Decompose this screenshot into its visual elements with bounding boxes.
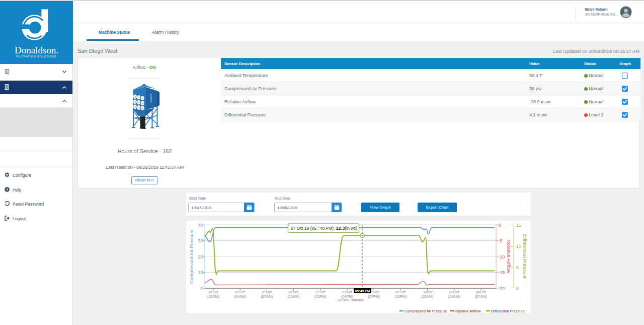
svg-text:07Oct(07AM): 07Oct(07AM) xyxy=(261,290,273,299)
svg-text:07Oct(10AM): 07Oct(10AM) xyxy=(288,290,300,299)
svg-text:Sensor Timeline: Sensor Timeline xyxy=(337,298,364,302)
svg-text:07Oct(04AM): 07Oct(04AM) xyxy=(234,290,246,299)
svg-text:07Oct(01PM): 07Oct(01PM) xyxy=(314,290,327,299)
svg-text:40: 40 xyxy=(198,223,203,228)
svg-text:0: 0 xyxy=(499,223,501,228)
svg-text:Compressed Air Pressure: Compressed Air Pressure xyxy=(405,309,447,313)
svg-text:Differential Pressure: Differential Pressure xyxy=(491,309,525,313)
svg-text:07 Oct 19 (05 : 40 PM): 12.3(i: 07 Oct 19 (05 : 40 PM): 12.3(in.wc) xyxy=(291,226,357,231)
svg-text:07Oct(01AM): 07Oct(01AM) xyxy=(207,290,219,299)
svg-text:Differential Pressure: Differential Pressure xyxy=(522,234,528,279)
svg-text:10: 10 xyxy=(198,270,203,275)
svg-text:05:40 PM: 05:40 PM xyxy=(355,289,370,293)
svg-text:20: 20 xyxy=(198,254,203,259)
svg-text:10: 10 xyxy=(516,244,521,249)
svg-text:15: 15 xyxy=(516,223,521,228)
svg-text:08Oct(04AM): 08Oct(04AM) xyxy=(448,290,460,299)
svg-text:Compressed Air Pressure: Compressed Air Pressure xyxy=(189,229,194,284)
svg-text:?: ? xyxy=(6,187,9,192)
svg-text:-10: -10 xyxy=(499,254,505,259)
svg-text:Relative Airflow: Relative Airflow xyxy=(455,309,481,313)
svg-text:Relative Airflow: Relative Airflow xyxy=(506,240,512,274)
svg-text:08Oct(01AM): 08Oct(01AM) xyxy=(422,290,434,299)
svg-text:-20: -20 xyxy=(499,286,505,291)
svg-text:08Oct(07AM): 08Oct(07AM) xyxy=(475,290,487,299)
svg-text:-15: -15 xyxy=(499,270,505,275)
svg-text:5: 5 xyxy=(516,265,519,270)
svg-text:30: 30 xyxy=(198,238,203,243)
svg-text:0: 0 xyxy=(200,286,203,291)
svg-text:-5: -5 xyxy=(499,238,503,243)
svg-text:0: 0 xyxy=(516,286,519,291)
svg-text:07Oct(10PM): 07Oct(10PM) xyxy=(394,290,407,299)
